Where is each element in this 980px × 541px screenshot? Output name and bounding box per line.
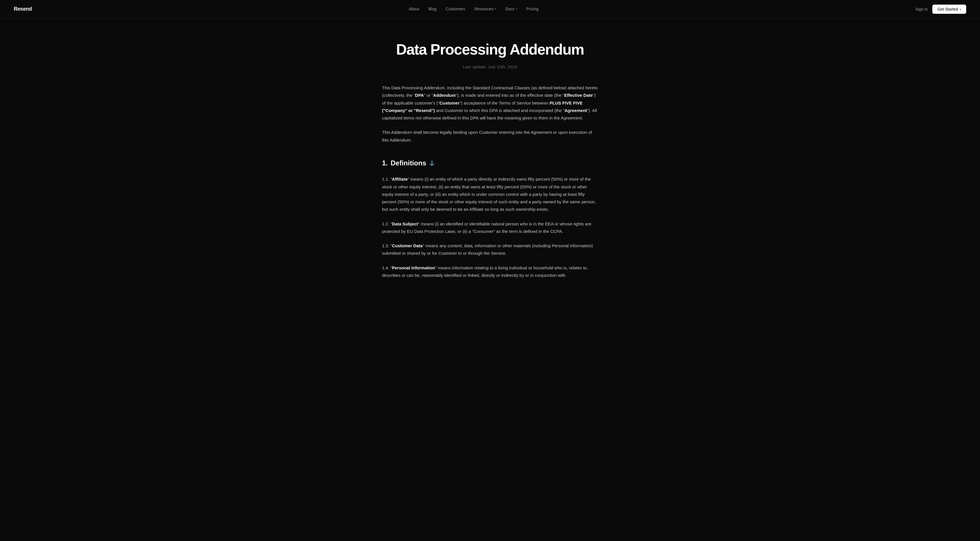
definition-1-1: 1.1. "Affiliate" means (i) an entity of …: [382, 175, 598, 213]
term-affiliate: Affiliate: [392, 177, 408, 181]
definition-1-3-number: 1.3.: [382, 243, 390, 248]
chevron-down-icon: ▾: [515, 6, 517, 11]
logo[interactable]: Resend: [14, 5, 32, 13]
intro-paragraph-1: This Data Processing Addendum, including…: [382, 84, 598, 122]
company-name: PLUS FIVE FIVE ("Company" or "Resend"): [382, 100, 583, 113]
term-dpa: DPA: [415, 93, 424, 98]
term-effective-date: Effective Date: [564, 93, 593, 98]
last-update: Last update: July 15th, 2024: [382, 64, 598, 70]
page-title: Data Processing Addendum: [382, 41, 598, 58]
get-started-button[interactable]: Get Started ›: [932, 5, 966, 14]
section-1-number: 1.: [382, 158, 388, 169]
nav-link-about[interactable]: About: [409, 6, 419, 12]
nav-dropdown-resources[interactable]: Resources ▾: [474, 6, 496, 12]
definition-1-2-number: 1.2.: [382, 221, 390, 226]
arrow-icon: ›: [959, 7, 961, 11]
term-agreement: Agreement: [565, 108, 587, 113]
term-addendum: Addendum: [433, 93, 455, 98]
chevron-down-icon: ▾: [495, 6, 496, 11]
nav-dropdown-docs[interactable]: Docs ▾: [505, 6, 517, 12]
get-started-label: Get Started: [937, 7, 958, 11]
term-data-subject: Data Subject: [392, 221, 418, 226]
section-1-title: Definitions: [391, 158, 426, 169]
definition-1-4-number: 1.4.: [382, 265, 390, 270]
nav-link-customers[interactable]: Customers: [446, 6, 465, 12]
term-personal-information: Personal Information: [392, 265, 435, 270]
definition-1-1-number: 1.1.: [382, 177, 390, 181]
nav-link-pricing[interactable]: Pricing: [526, 6, 539, 12]
nav-link-blog[interactable]: Blog: [428, 6, 437, 12]
nav-dropdown-docs-label: Docs: [505, 6, 514, 12]
term-customer-data: Customer Data: [392, 243, 423, 248]
nav-actions: Sign in Get Started ›: [915, 5, 966, 14]
anchor-icon[interactable]: ⚓: [429, 159, 435, 167]
section-1-heading: 1. Definitions ⚓: [382, 158, 598, 169]
sign-in-button[interactable]: Sign in: [915, 7, 928, 11]
main-content: Data Processing Addendum Last update: Ju…: [0, 18, 980, 309]
intro-paragraph-2: This Addendum shall become legally bindi…: [382, 129, 598, 144]
navbar: Resend About Blog Customers Resources ▾ …: [0, 0, 980, 18]
nav-links: About Blog Customers Resources ▾ Docs ▾ …: [409, 6, 539, 12]
nav-dropdown-resources-label: Resources: [474, 6, 493, 12]
term-customer: Customer: [439, 100, 460, 105]
definition-1-3: 1.3. "Customer Data" means any content, …: [382, 242, 598, 257]
definition-1-2: 1.2. "Data Subject" means (i) an identif…: [382, 220, 598, 235]
definition-1-4: 1.4. "Personal Information" means inform…: [382, 264, 598, 279]
